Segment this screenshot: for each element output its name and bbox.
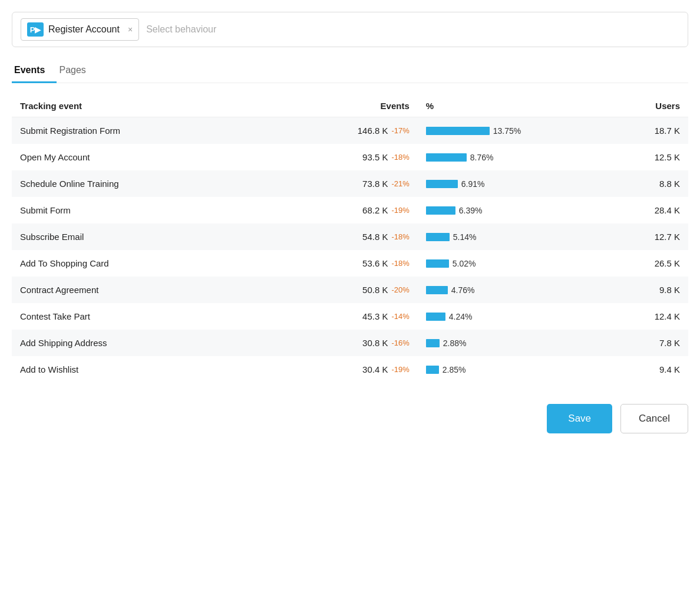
row-users-cell: 12.5 K [583,144,688,170]
row-users-val: 7.8 K [591,338,680,348]
row-pct-cell: 4.76% [418,277,583,303]
row-pct-cell: 5.02% [418,250,583,277]
row-event-name: Submit Registration Form [12,117,298,144]
cancel-button[interactable]: Cancel [620,404,688,433]
row-pct-change: -19% [391,206,409,215]
row-event-name: Schedule Online Training [12,170,298,197]
table-row: Contest Take Part 45.3 K -14% 4.24% 12.4… [12,303,688,330]
row-pct-bar [426,233,450,241]
table-row: Add To Shopping Card 53.6 K -18% 5.02% 2… [12,250,688,277]
table-row: Contract Agreement 50.8 K -20% 4.76% 9.8… [12,277,688,303]
row-events-cell: 93.5 K -18% [298,144,418,170]
row-events-cell: 73.8 K -21% [298,170,418,197]
col-header-pct: % [418,95,583,117]
row-users-val: 9.4 K [591,364,680,374]
save-button[interactable]: Save [547,404,612,433]
row-users-val: 18.7 K [591,126,680,136]
row-pct-change: -17% [391,126,409,135]
row-pct-cell: 6.39% [418,197,583,223]
row-users-cell: 18.7 K [583,117,688,144]
row-users-cell: 26.5 K [583,250,688,277]
row-pct-change: -21% [391,179,409,188]
chip-icon: P▶ [27,22,44,37]
row-users-val: 12.7 K [591,232,680,242]
row-events-num: 50.8 K [362,285,388,295]
row-users-val: 12.5 K [591,152,680,162]
row-events-cell: 53.6 K -18% [298,250,418,277]
row-pct-cell: 6.91% [418,170,583,197]
row-events-num: 73.8 K [362,179,388,189]
row-pct-bar [426,313,445,321]
row-event-name: Subscribe Email [12,223,298,250]
row-users-val: 9.8 K [591,285,680,295]
row-pct-change: -16% [391,338,409,347]
row-events-num: 68.2 K [362,205,388,215]
row-events-cell: 54.8 K -18% [298,223,418,250]
row-pct-cell: 13.75% [418,117,583,144]
row-events-cell: 45.3 K -14% [298,303,418,330]
row-events-cell: 30.8 K -16% [298,330,418,356]
col-header-tracking-event: Tracking event [12,95,298,117]
row-event-name: Add to Wishlist [12,356,298,383]
row-events-num: 146.8 K [358,126,388,136]
table-header-row: Tracking event Events % Users [12,95,688,117]
row-users-cell: 8.8 K [583,170,688,197]
row-pct-bar [426,286,448,294]
table-row: Submit Registration Form 146.8 K -17% 13… [12,117,688,144]
row-pct-cell: 8.76% [418,144,583,170]
header-bar: P▶ Register Account × Select behaviour [12,12,688,47]
row-pct-label: 5.02% [453,259,476,268]
table-row: Add Shipping Address 30.8 K -16% 2.88% 7… [12,330,688,356]
row-pct-bar [426,153,467,162]
table-row: Schedule Online Training 73.8 K -21% 6.9… [12,170,688,197]
row-pct-label: 4.76% [451,285,475,295]
row-pct-bar [426,259,449,268]
row-users-val: 8.8 K [591,179,680,189]
row-pct-change: -20% [391,285,409,294]
row-event-name: Contest Take Part [12,303,298,330]
row-events-cell: 68.2 K -19% [298,197,418,223]
row-event-name: Add Shipping Address [12,330,298,356]
row-users-val: 26.5 K [591,258,680,268]
row-pct-change: -18% [391,232,409,241]
row-users-cell: 9.8 K [583,277,688,303]
behaviour-placeholder[interactable]: Select behaviour [146,24,679,35]
tab-events[interactable]: Events [12,59,57,83]
row-pct-label: 6.91% [461,179,485,189]
row-events-num: 93.5 K [362,152,388,162]
row-users-cell: 9.4 K [583,356,688,383]
row-event-name: Contract Agreement [12,277,298,303]
row-pct-bar [426,127,490,135]
row-users-cell: 12.7 K [583,223,688,250]
row-pct-label: 4.24% [449,312,473,321]
row-pct-change: -14% [391,312,409,321]
row-pct-bar [426,339,440,347]
tab-pages[interactable]: Pages [57,59,97,83]
row-pct-label: 2.85% [443,365,466,374]
row-users-cell: 7.8 K [583,330,688,356]
active-tab-chip[interactable]: P▶ Register Account × [21,18,139,41]
row-events-cell: 30.4 K -19% [298,356,418,383]
row-pct-bar [426,366,439,374]
row-events-cell: 146.8 K -17% [298,117,418,144]
table-row: Open My Account 93.5 K -18% 8.76% 12.5 K [12,144,688,170]
footer-actions: Save Cancel [12,404,688,445]
row-events-cell: 50.8 K -20% [298,277,418,303]
row-pct-label: 6.39% [459,206,483,215]
chip-close-button[interactable]: × [128,25,133,34]
row-pct-label: 5.14% [453,232,477,242]
tabs-bar: Events Pages [12,59,688,83]
row-pct-cell: 2.88% [418,330,583,356]
row-pct-cell: 5.14% [418,223,583,250]
row-events-num: 54.8 K [362,232,388,242]
row-pct-label: 8.76% [470,153,494,162]
row-pct-cell: 2.85% [418,356,583,383]
row-event-name: Submit Form [12,197,298,223]
row-pct-change: -19% [391,365,409,374]
row-pct-cell: 4.24% [418,303,583,330]
row-pct-bar [426,180,458,188]
row-events-num: 30.4 K [362,364,388,374]
row-event-name: Add To Shopping Card [12,250,298,277]
row-pct-bar [426,206,455,215]
row-events-num: 53.6 K [362,258,388,268]
